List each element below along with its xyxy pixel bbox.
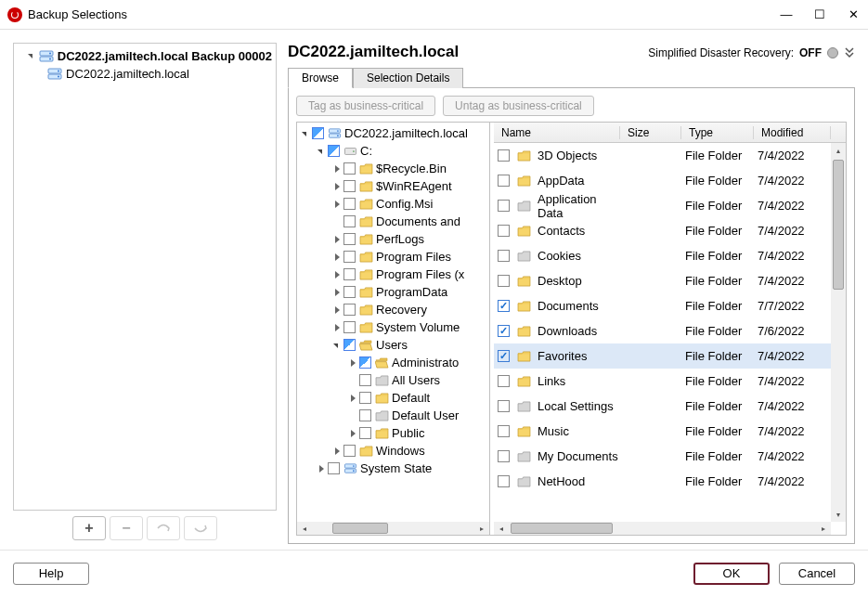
directory-node[interactable]: C: [297,142,489,160]
row-checkbox[interactable] [498,350,510,362]
checkbox[interactable] [312,127,324,139]
directory-node[interactable]: System Volume [297,318,489,336]
row-checkbox[interactable] [498,400,510,412]
close-button[interactable]: ✕ [846,7,861,22]
directory-node[interactable]: Default User [297,407,489,424]
file-row[interactable]: 3D ObjectsFile Folder7/4/2022 [494,143,846,168]
file-row[interactable]: AppDataFile Folder7/4/2022 [494,168,846,193]
checkbox[interactable] [343,162,356,175]
file-list-horizontal-scrollbar[interactable]: ◂ ▸ [494,522,831,535]
expander-icon[interactable] [332,270,342,279]
file-row[interactable]: ContactsFile Folder7/4/2022 [494,218,846,243]
tab-browse[interactable]: Browse [288,68,353,88]
tree-root-item[interactable]: DC2022.jamiltech.local Backup 00002 [14,47,276,65]
checkbox[interactable] [359,356,371,369]
file-row[interactable]: DownloadsFile Folder7/6/2022 [494,318,846,343]
directory-node[interactable]: Recovery [297,301,489,318]
file-row[interactable]: DocumentsFile Folder7/7/2022 [494,293,846,318]
row-checkbox[interactable] [498,275,510,287]
file-row[interactable]: My DocumentsFile Folder7/4/2022 [494,444,846,469]
cancel-button[interactable]: Cancel [779,563,855,585]
checkbox[interactable] [359,374,371,386]
directory-node[interactable]: Program Files (x [297,266,489,283]
move-up-button[interactable] [147,516,180,540]
file-row[interactable]: FavoritesFile Folder7/4/2022 [494,343,846,369]
backup-jobs-tree[interactable]: DC2022.jamiltech.local Backup 00002 DC20… [13,43,277,511]
directory-node[interactable]: PerfLogs [297,230,489,248]
checkbox[interactable] [359,409,371,421]
remove-button[interactable]: − [110,516,143,540]
file-row[interactable]: Local SettingsFile Folder7/4/2022 [494,394,846,419]
row-checkbox[interactable] [498,149,510,162]
column-header-name[interactable]: Name [494,126,620,139]
directory-node[interactable]: Users [297,336,489,354]
row-checkbox[interactable] [498,375,510,387]
row-checkbox[interactable] [498,325,510,337]
checkbox[interactable] [343,445,356,457]
expander-icon[interactable] [317,464,326,473]
file-list[interactable]: Name Size Type Modified 3D ObjectsFile F… [494,123,846,535]
directory-node[interactable]: Program Files [297,248,489,266]
expander-icon[interactable] [332,305,342,315]
expander-icon[interactable] [332,182,342,191]
expander-icon[interactable] [348,429,357,438]
expander-icon[interactable] [332,235,342,244]
row-checkbox[interactable] [498,175,510,187]
expander-icon[interactable] [348,358,357,368]
minimize-button[interactable]: — [779,7,794,22]
row-checkbox[interactable] [498,300,510,312]
row-checkbox[interactable] [498,225,510,237]
directory-node[interactable]: Windows [297,442,489,460]
checkbox[interactable] [343,251,356,263]
checkbox[interactable] [343,233,356,245]
checkbox[interactable] [359,392,371,404]
tag-business-critical-button[interactable]: Tag as business-critical [296,96,435,116]
directory-node[interactable]: Public [297,424,489,442]
untag-business-critical-button[interactable]: Untag as business-critical [443,96,594,116]
checkbox[interactable] [343,321,356,333]
checkbox[interactable] [328,462,340,474]
checkbox[interactable] [343,215,356,227]
checkbox[interactable] [359,427,371,439]
directory-node[interactable]: Documents and [297,213,489,230]
titlebar[interactable]: Backup Selections — ☐ ✕ [0,0,868,30]
directory-node[interactable]: Administrato [297,354,489,371]
checkbox[interactable] [343,268,356,280]
expander-icon[interactable] [332,200,342,209]
expander-icon[interactable] [332,164,342,174]
row-checkbox[interactable] [498,425,510,437]
checkbox[interactable] [343,180,356,192]
row-checkbox[interactable] [498,475,510,487]
directory-node[interactable]: $Recycle.Bin [297,160,489,177]
move-down-button[interactable] [184,516,217,540]
checkbox[interactable] [343,286,356,298]
directory-node[interactable]: Default [297,389,489,407]
expander-icon[interactable] [332,341,342,350]
checkbox[interactable] [328,145,340,157]
directory-node[interactable]: $WinREAgent [297,177,489,195]
expander-icon[interactable] [27,52,35,60]
help-button[interactable]: Help [13,563,89,585]
tab-selection-details[interactable]: Selection Details [353,68,463,88]
sdr-expand-button[interactable] [844,45,855,60]
expander-icon[interactable] [348,394,357,403]
file-list-vertical-scrollbar[interactable]: ▴ ▾ [831,143,846,522]
column-header-modified[interactable]: Modified [754,126,831,139]
dir-tree-horizontal-scrollbar[interactable]: ◂ ▸ [297,522,489,535]
directory-node[interactable]: All Users [297,371,489,389]
column-header-size[interactable]: Size [620,126,681,139]
file-row[interactable]: NetHoodFile Folder7/4/2022 [494,469,846,494]
expander-icon[interactable] [332,323,342,332]
file-row[interactable]: DesktopFile Folder7/4/2022 [494,268,846,293]
file-row[interactable]: CookiesFile Folder7/4/2022 [494,243,846,268]
expander-icon[interactable] [317,147,326,156]
expander-icon[interactable] [332,288,342,297]
checkbox[interactable] [343,198,356,210]
expander-icon[interactable] [301,129,310,138]
expander-icon[interactable] [332,253,342,262]
row-checkbox[interactable] [498,200,510,212]
tree-child-item[interactable]: DC2022.jamiltech.local [14,65,276,83]
file-row[interactable]: LinksFile Folder7/4/2022 [494,369,846,394]
row-checkbox[interactable] [498,450,510,462]
directory-node[interactable]: DC2022.jamiltech.local [297,124,489,142]
